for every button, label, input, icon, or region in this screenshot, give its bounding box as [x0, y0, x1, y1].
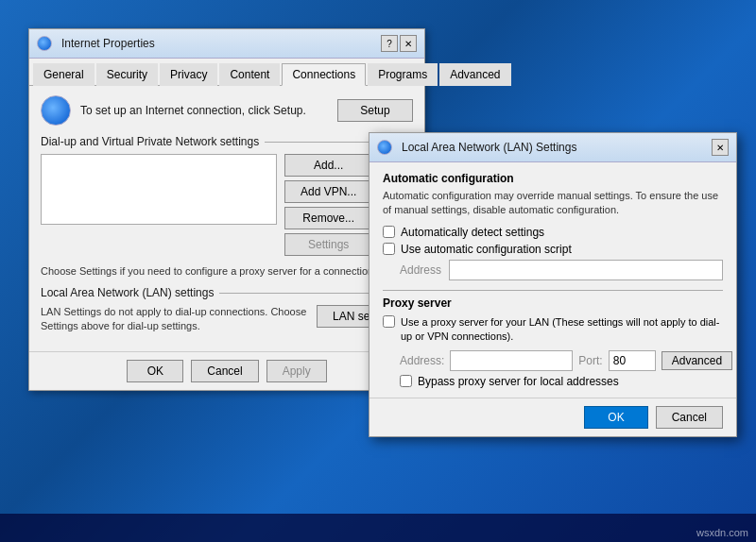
- tab-bar: General Security Privacy Content Connect…: [29, 59, 424, 86]
- add-vpn-button[interactable]: Add VPN...: [284, 180, 372, 203]
- vpn-buttons: Add... Add VPN... Remove... Settings: [284, 154, 372, 256]
- tab-content[interactable]: Content: [219, 63, 280, 86]
- remove-button[interactable]: Remove...: [284, 207, 372, 229]
- tab-advanced[interactable]: Advanced: [439, 63, 510, 86]
- proxy-addr-row: Address: Port: Advanced: [400, 350, 723, 371]
- bypass-row: Bypass proxy server for local addresses: [400, 375, 723, 388]
- lan-close-button[interactable]: ✕: [712, 139, 729, 156]
- script-address-input[interactable]: [449, 260, 723, 280]
- tab-privacy[interactable]: Privacy: [160, 63, 217, 86]
- vpn-list[interactable]: [41, 154, 277, 225]
- setup-text: To set up an Internet connection, click …: [80, 104, 328, 117]
- proxy-port-input[interactable]: [609, 350, 656, 371]
- script-address-row: Address: [400, 260, 723, 280]
- auto-detect-label: Automatically detect settings: [401, 226, 544, 239]
- lan-text: LAN Settings do not apply to dial-up con…: [41, 305, 307, 334]
- vpn-area: Add... Add VPN... Remove... Settings: [41, 154, 413, 256]
- auto-config-title: Automatic configuration: [383, 172, 723, 185]
- dialup-section-header: Dial-up and Virtual Private Network sett…: [41, 135, 413, 148]
- proxy-title: Proxy server: [383, 296, 723, 310]
- auto-config-desc: Automatic configuration may override man…: [383, 189, 723, 218]
- lan-dialog-title: Local Area Network (LAN) Settings: [402, 141, 576, 154]
- auto-config-section: Automatic configuration Automatic config…: [383, 172, 723, 280]
- proxy-port-label: Port:: [578, 354, 602, 367]
- bypass-label: Bypass proxy server for local addresses: [418, 375, 619, 388]
- proxy-desc-row: Use a proxy server for your LAN (These s…: [383, 315, 723, 345]
- internet-properties-footer: OK Cancel Apply: [29, 351, 424, 390]
- tab-connections[interactable]: Connections: [282, 63, 366, 86]
- lan-settings-dialog: Local Area Network (LAN) Settings ✕ Auto…: [369, 132, 737, 437]
- taskbar: wsxdn.com: [0, 514, 756, 542]
- lan-ok-button[interactable]: OK: [584, 406, 647, 429]
- use-script-checkbox[interactable]: [383, 243, 395, 255]
- add-button[interactable]: Add...: [284, 154, 372, 177]
- lan-dialog-icon: [377, 140, 392, 155]
- settings-button[interactable]: Settings: [284, 233, 372, 256]
- auto-detect-checkbox[interactable]: [383, 226, 395, 238]
- script-address-label: Address: [400, 263, 441, 277]
- internet-properties-titlebar: Internet Properties ? ✕: [29, 29, 424, 59]
- auto-detect-row: Automatically detect settings: [383, 226, 723, 239]
- bypass-checkbox[interactable]: [400, 375, 412, 387]
- settings-desc: Choose Settings if you need to configure…: [41, 265, 413, 277]
- lan-title-controls: ✕: [712, 139, 729, 156]
- titlebar-left: Internet Properties: [37, 36, 155, 51]
- tab-programs[interactable]: Programs: [368, 63, 438, 86]
- lan-section-header: Local Area Network (LAN) settings: [41, 286, 413, 299]
- internet-properties-icon: [37, 36, 52, 51]
- lan-titlebar: Local Area Network (LAN) Settings ✕: [369, 133, 736, 162]
- use-script-row: Use automatic configuration script: [383, 243, 723, 256]
- divider: [383, 290, 723, 291]
- proxy-advanced-button[interactable]: Advanced: [662, 351, 732, 370]
- lan-titlebar-left: Local Area Network (LAN) Settings: [377, 140, 576, 155]
- internet-properties-body: To set up an Internet connection, click …: [29, 86, 424, 351]
- title-controls: ? ✕: [381, 35, 417, 52]
- tab-security[interactable]: Security: [96, 63, 158, 86]
- ip-apply-button[interactable]: Apply: [266, 360, 327, 382]
- lan-cancel-button[interactable]: Cancel: [656, 406, 723, 429]
- ip-ok-button[interactable]: OK: [127, 360, 183, 382]
- internet-properties-title: Internet Properties: [61, 37, 155, 50]
- use-proxy-checkbox[interactable]: [383, 315, 395, 328]
- internet-properties-dialog: Internet Properties ? ✕ General Security…: [28, 28, 425, 391]
- use-script-label: Use automatic configuration script: [401, 243, 572, 256]
- lan-dialog-body: Automatic configuration Automatic config…: [369, 162, 736, 398]
- setup-row: To set up an Internet connection, click …: [41, 95, 413, 126]
- lan-section: Local Area Network (LAN) settings LAN Se…: [41, 286, 413, 334]
- watermark: wsxdn.com: [696, 527, 748, 538]
- help-button[interactable]: ?: [381, 35, 398, 52]
- lan-dialog-footer: OK Cancel: [369, 398, 736, 436]
- tab-general[interactable]: General: [33, 63, 94, 86]
- use-proxy-label: Use a proxy server for your LAN (These s…: [401, 315, 723, 345]
- setup-icon: [41, 95, 71, 126]
- lan-row: LAN Settings do not apply to dial-up con…: [41, 305, 413, 334]
- setup-button[interactable]: Setup: [337, 99, 413, 122]
- proxy-address-label: Address:: [400, 354, 444, 367]
- close-button[interactable]: ✕: [400, 35, 417, 52]
- proxy-section: Proxy server Use a proxy server for your…: [383, 296, 723, 388]
- ip-cancel-button[interactable]: Cancel: [191, 360, 258, 382]
- proxy-address-input[interactable]: [450, 350, 573, 371]
